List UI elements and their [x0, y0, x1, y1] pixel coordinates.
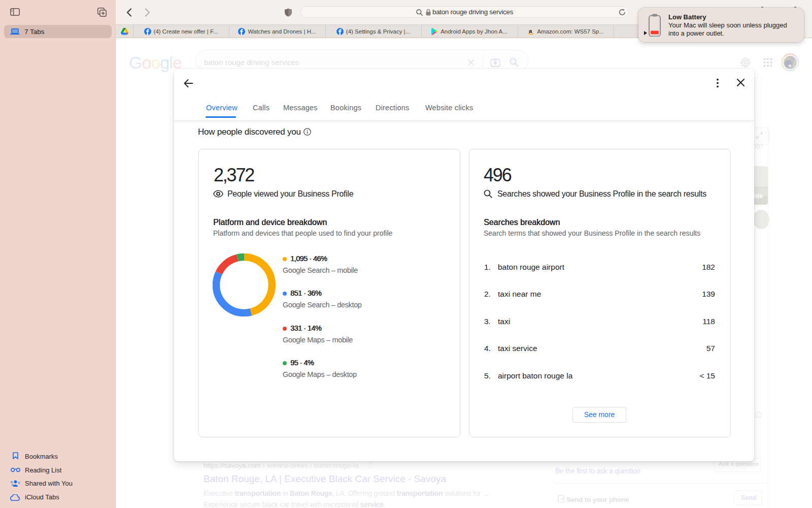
svg-text:a: a: [529, 28, 532, 34]
svg-text:i: i: [758, 412, 759, 418]
